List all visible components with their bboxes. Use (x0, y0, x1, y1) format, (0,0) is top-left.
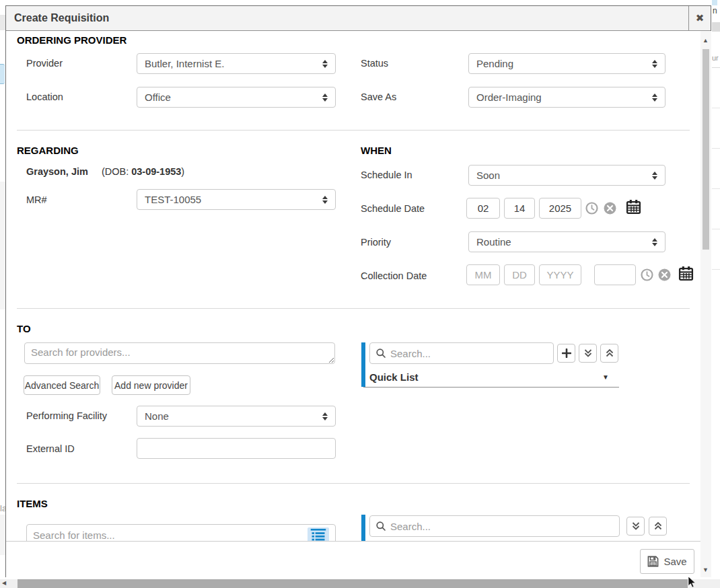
regarding-heading: REGARDING (17, 145, 79, 156)
priority-select[interactable]: Routine (468, 231, 665, 252)
ordering-provider-heading: ORDERING PROVIDER (17, 34, 127, 46)
advanced-search-button[interactable]: Advanced Search (24, 375, 100, 395)
clear-date-icon[interactable] (604, 202, 616, 215)
scroll-down-icon[interactable]: ▼ (703, 566, 709, 573)
modal-title: Create Requisition (14, 6, 109, 30)
background-right-blue-fragment (712, 0, 717, 5)
providers-quick-search-input[interactable] (390, 348, 547, 359)
background-right-gridline (712, 148, 720, 149)
double-chevron-down-icon (631, 521, 641, 531)
schedule-day-input[interactable] (504, 198, 535, 219)
background-text-fragment: ur (712, 54, 719, 62)
section-divider (17, 130, 690, 131)
clear-date-icon[interactable] (658, 268, 671, 281)
background-right-gray-block (712, 22, 720, 32)
search-icon (376, 521, 386, 531)
schedule-month-input[interactable] (466, 198, 500, 219)
save-button[interactable]: Save (640, 549, 694, 574)
expand-all-button[interactable] (626, 517, 645, 536)
provider-search-input[interactable] (24, 342, 335, 364)
section-divider (17, 483, 690, 484)
scroll-up-icon[interactable]: ▲ (703, 37, 709, 44)
collection-time-input[interactable] (594, 264, 636, 285)
when-heading: WHEN (361, 145, 392, 156)
expand-all-button[interactable] (579, 344, 597, 363)
mr-number-label: MR# (26, 194, 47, 205)
calendar-icon[interactable] (626, 199, 641, 215)
items-list-icon (310, 529, 327, 542)
clock-icon[interactable] (585, 202, 598, 215)
select-arrows-icon (322, 412, 328, 420)
patient-summary: Grayson, Jim(DOB: 03-09-1953) (26, 166, 184, 177)
location-select[interactable]: Office (137, 87, 336, 108)
location-label: Location (26, 91, 63, 102)
search-icon (376, 348, 386, 358)
provider-select[interactable]: Butler, Internist E. (137, 53, 336, 74)
section-divider (17, 308, 690, 309)
clock-icon[interactable] (641, 268, 653, 281)
horizontal-scrollbar[interactable]: ◀ (0, 579, 720, 588)
quick-list-underline (363, 387, 619, 388)
collapse-all-button[interactable] (649, 517, 667, 536)
select-arrows-icon (652, 60, 657, 68)
double-chevron-up-icon (653, 521, 663, 531)
background-text-fragment: n (713, 6, 717, 15)
items-panel-accent-bar (361, 515, 365, 541)
background-left-button-fragment (0, 64, 5, 84)
add-quick-list-button[interactable] (557, 344, 575, 363)
select-arrows-icon (652, 172, 657, 180)
select-arrows-icon (652, 238, 657, 246)
scroll-left-icon[interactable]: ◀ (2, 580, 6, 586)
close-icon: ✖ (696, 12, 705, 24)
select-arrows-icon (322, 60, 328, 68)
background-right-gridline (712, 188, 720, 189)
schedule-in-label: Schedule In (361, 170, 412, 180)
save-as-label: Save As (361, 91, 396, 102)
background-right-gridline (712, 269, 720, 270)
close-button[interactable]: ✖ (688, 6, 711, 30)
save-as-select[interactable]: Order-Imaging (468, 87, 665, 108)
collection-day-input[interactable] (504, 264, 535, 285)
status-label: Status (361, 58, 388, 69)
horizontal-scrollbar-thumb[interactable] (17, 579, 688, 588)
create-requisition-modal: Create Requisition ✖ ORDERING PROVIDER P… (5, 5, 711, 577)
performing-facility-select[interactable]: None (137, 406, 336, 427)
select-arrows-icon (652, 94, 657, 102)
dob-suffix: ) (181, 166, 184, 177)
calendar-icon[interactable] (678, 266, 694, 281)
mr-number-select[interactable]: TEST-10055 (137, 189, 336, 210)
background-left-strip (0, 15, 5, 30)
items-quick-search-input[interactable] (390, 521, 613, 532)
schedule-in-select[interactable]: Soon (468, 165, 665, 186)
plus-icon (562, 348, 571, 358)
dob-value: 03-09-1953 (131, 166, 181, 177)
double-chevron-up-icon (605, 348, 614, 358)
items-heading: ITEMS (17, 498, 48, 509)
background-right-gridline (712, 229, 720, 229)
double-chevron-down-icon (583, 348, 593, 358)
screen: la n ur ◀ Create Requisition ✖ ORDER (0, 0, 720, 588)
select-arrows-icon (322, 94, 328, 102)
collection-date-label: Collection Date (361, 270, 427, 281)
priority-label: Priority (361, 237, 391, 248)
background-left-panel-fragment2 (0, 515, 5, 555)
vertical-scrollbar[interactable]: ▲ ▼ (700, 31, 711, 577)
dob-prefix: (DOB: (102, 166, 131, 177)
add-new-provider-button[interactable]: Add new provider (112, 375, 190, 395)
vertical-scrollbar-thumb[interactable] (703, 49, 709, 250)
background-left-panel-fragment (0, 182, 5, 309)
background-right-gridline (712, 108, 720, 108)
schedule-year-input[interactable] (539, 198, 581, 219)
external-id-input[interactable] (137, 438, 336, 459)
providers-panel-accent-bar (361, 342, 365, 387)
caret-down-icon: ▼ (602, 373, 609, 381)
collection-month-input[interactable] (466, 264, 500, 285)
provider-label: Provider (26, 58, 63, 69)
collection-year-input[interactable] (539, 264, 581, 285)
item-search-input[interactable] (33, 529, 308, 541)
status-select[interactable]: Pending (468, 53, 665, 74)
schedule-date-label: Schedule Date (361, 203, 425, 214)
providers-quick-search (369, 342, 554, 364)
collapse-all-button[interactable] (600, 344, 618, 363)
quick-list-header[interactable]: Quick List ▼ (369, 371, 618, 385)
